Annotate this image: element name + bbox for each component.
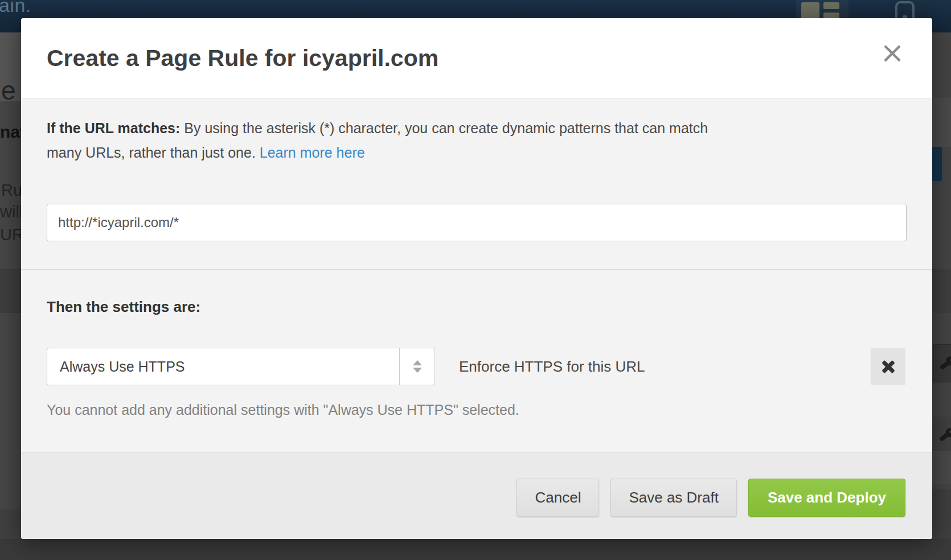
dimmed-wrench-button — [933, 417, 951, 451]
setting-description: Enforce HTTPS for this URL — [459, 348, 645, 385]
setting-select[interactable]: Always Use HTTPS — [47, 348, 435, 385]
dimmed-page-bottom — [0, 539, 951, 560]
dimmed-band — [932, 98, 951, 147]
create-page-rule-modal: Create a Page Rule for icyapril.com × If… — [21, 18, 932, 539]
bg-text-fragment-2: will — [0, 203, 21, 221]
close-button[interactable]: × — [876, 36, 908, 68]
chevron-up-icon — [413, 360, 422, 365]
dimmed-band — [932, 269, 951, 313]
save-and-deploy-button[interactable]: Save and Deploy — [748, 479, 905, 517]
screen: ain. e nav Ru will UR — [0, 0, 951, 560]
modal-header: Create a Page Rule for icyapril.com × — [21, 18, 932, 98]
url-match-description: If the URL matches: By using the asteris… — [47, 116, 889, 165]
dimmed-band — [932, 451, 951, 484]
navbar-text-fragment: ain. — [0, 0, 31, 17]
section-divider — [21, 269, 932, 270]
dimmed-page-left: e nav Ru will UR — [0, 32, 21, 560]
url-match-label: If the URL matches: — [47, 120, 180, 136]
save-as-draft-button[interactable]: Save as Draft — [610, 479, 737, 517]
select-spinner — [399, 348, 434, 385]
dimmed-blue-button-fragment — [932, 147, 942, 181]
setting-select-value: Always Use HTTPS — [60, 348, 185, 385]
modal-footer: Cancel Save as Draft Save and Deploy — [21, 452, 932, 539]
wrench-icon — [937, 354, 951, 373]
dimmed-wrench-button — [933, 344, 951, 382]
bg-heading-fragment: e — [1, 75, 16, 106]
remove-setting-button[interactable] — [871, 348, 905, 385]
chevron-down-icon — [413, 368, 422, 373]
bg-text-fragment-1: Ru — [1, 181, 21, 200]
url-match-text-line1: By using the asterisk (*) character, you… — [184, 120, 708, 136]
layout-grid-icon — [801, 2, 842, 19]
footer-buttons: Cancel Save as Draft Save and Deploy — [517, 479, 905, 517]
bg-bold-fragment: nav — [0, 122, 21, 142]
settings-heading: Then the settings are: — [47, 298, 200, 316]
url-match-text-line2: many URLs, rather than just one. — [47, 145, 256, 160]
setting-note: You cannot add any additional settings w… — [47, 402, 519, 418]
modal-title: Create a Page Rule for icyapril.com — [47, 47, 438, 70]
close-icon: × — [880, 35, 905, 69]
remove-x-icon — [881, 359, 896, 374]
wrench-icon — [937, 426, 951, 445]
cancel-button[interactable]: Cancel — [517, 479, 599, 517]
bg-text-fragment-3: UR — [0, 225, 21, 244]
url-pattern-input[interactable] — [47, 204, 907, 241]
setting-row: Always Use HTTPS Enforce HTTPS for this … — [21, 348, 932, 385]
learn-more-link[interactable]: Learn more here — [260, 145, 365, 160]
dimmed-table-band — [0, 269, 21, 313]
dimmed-page-right — [932, 32, 951, 560]
